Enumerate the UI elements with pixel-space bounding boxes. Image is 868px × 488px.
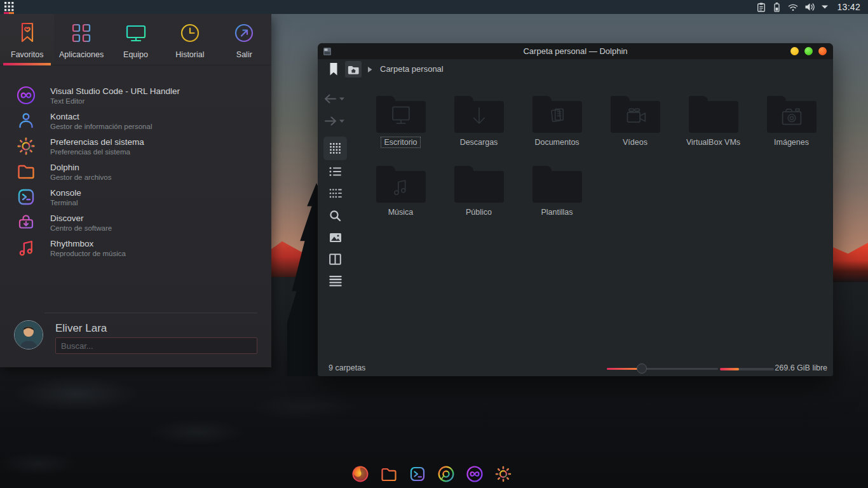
folder-icon	[532, 101, 582, 133]
photo-camera-glyph-icon	[778, 105, 806, 128]
folder-escritorio[interactable]: Escritorio	[362, 96, 440, 166]
folder-virtualbox-vms[interactable]: VirtualBox VMs	[674, 96, 752, 166]
close-button[interactable]	[818, 47, 827, 55]
app-item-dolphin[interactable]: Dolphin Gestor de archivos	[0, 159, 271, 184]
tab-label: Salir	[236, 50, 252, 59]
volume-icon[interactable]	[804, 2, 815, 12]
tab-label: Favoritos	[11, 50, 43, 59]
app-title: Kontact	[50, 112, 152, 121]
firefox-icon	[351, 464, 370, 484]
disk-usage-fill	[720, 368, 739, 370]
tab-aplicaciones[interactable]: Aplicaciones	[54, 14, 108, 65]
back-button[interactable]	[324, 94, 344, 104]
folder-icon	[454, 171, 504, 203]
clipboard-icon[interactable]	[756, 2, 766, 13]
maximize-button[interactable]	[804, 47, 813, 55]
folder-icon	[379, 464, 398, 484]
minimize-button[interactable]	[790, 47, 799, 55]
dolphin-window: Carpeta personal — Dolphin Carpeta perso…	[318, 43, 833, 376]
app-item-discover[interactable]: Discover Centro de software	[0, 210, 271, 235]
bookmark-icon[interactable]	[329, 62, 338, 76]
gear-icon	[15, 135, 37, 157]
window-app-icon	[323, 47, 332, 56]
folder-label: Música	[386, 207, 416, 217]
clock[interactable]: 13:42	[837, 2, 860, 12]
folder-label: Escritorio	[381, 137, 419, 147]
home-folder-icon	[347, 64, 360, 75]
app-title: Visual Studio Code - URL Handler	[50, 86, 180, 96]
avatar[interactable]	[14, 320, 43, 349]
compact-view-icon[interactable]	[329, 188, 342, 199]
list-view-icon[interactable]	[329, 166, 342, 177]
folder-grid: Escritorio Descargas	[362, 96, 831, 236]
app-subtitle: Reproductor de música	[50, 250, 126, 257]
folder-plantillas[interactable]: Plantillas	[518, 166, 596, 236]
user-name: Eliver Lara	[55, 322, 107, 335]
folder-imagenes[interactable]: Imágenes	[752, 96, 831, 166]
tab-historial[interactable]: Historial	[163, 14, 217, 65]
search-input[interactable]	[55, 337, 257, 354]
app-item-system-settings[interactable]: Preferencias del sistema Preferencias de…	[0, 133, 271, 159]
folder-icon	[767, 101, 817, 133]
chevron-down-icon	[339, 119, 344, 123]
launcher-tabs: Favoritos Aplicaciones Equipo	[0, 14, 271, 65]
zoom-slider[interactable]	[607, 368, 718, 370]
titlebar[interactable]: Carpeta personal — Dolphin	[318, 43, 833, 59]
folder-publico[interactable]: Público	[440, 166, 518, 236]
dock-item-konsole[interactable]	[408, 464, 427, 484]
vscode-icon	[465, 464, 484, 484]
menu-icon[interactable]	[329, 276, 342, 287]
tab-label: Aplicaciones	[59, 50, 104, 59]
tab-equipo[interactable]: Equipo	[109, 14, 163, 65]
computer-monitor-icon	[123, 20, 149, 46]
document-glyph-icon	[545, 105, 570, 129]
folder-view: Escritorio Descargas	[353, 79, 833, 361]
app-item-rhythmbox[interactable]: Rhythmbox Reproductor de música	[0, 235, 271, 261]
dock-item-settings[interactable]	[494, 464, 513, 484]
battery-icon[interactable]	[772, 2, 782, 13]
home-button[interactable]	[345, 61, 362, 78]
toolbar: Carpeta personal	[318, 59, 833, 79]
app-item-vscode[interactable]: Visual Studio Code - URL Handler Text Ed…	[0, 83, 271, 108]
search-icon[interactable]	[329, 210, 341, 222]
app-item-kontact[interactable]: Kontact Gestor de información personal	[0, 108, 271, 133]
arrow-down-glyph-icon	[466, 105, 492, 129]
app-launcher-button[interactable]	[2, 0, 18, 14]
tab-label: Historial	[175, 50, 204, 59]
icons-view-button[interactable]	[323, 137, 347, 160]
person-icon	[15, 110, 37, 132]
preview-icon[interactable]	[329, 233, 342, 243]
dock-item-chrome[interactable]	[437, 464, 456, 484]
app-title: Rhythmbox	[50, 239, 126, 248]
folder-documentos[interactable]: Documentos	[518, 96, 596, 166]
folder-descargas[interactable]: Descargas	[440, 96, 518, 166]
dock-item-firefox[interactable]	[351, 464, 370, 484]
applications-grid-icon	[69, 20, 94, 46]
video-camera-glyph-icon	[621, 105, 649, 128]
app-subtitle: Text Editor	[50, 97, 180, 105]
dock-item-files[interactable]	[379, 464, 398, 484]
app-item-konsole[interactable]: Konsole Terminal	[0, 184, 271, 210]
split-view-icon[interactable]	[329, 254, 341, 265]
gear-icon	[494, 464, 513, 484]
icons-view-icon	[329, 142, 341, 154]
wifi-icon[interactable]	[787, 2, 799, 12]
dock-item-vscode[interactable]	[465, 464, 484, 484]
app-title: Dolphin	[50, 163, 112, 172]
window-body: Escritorio Descargas	[318, 79, 833, 361]
folder-musica[interactable]: Música	[362, 166, 440, 236]
folder-videos[interactable]: Vídeos	[596, 96, 674, 166]
folder-label: Imágenes	[771, 137, 811, 147]
zoom-slider-handle[interactable]	[637, 363, 647, 374]
app-subtitle: Gestor de archivos	[50, 173, 112, 181]
tab-favoritos[interactable]: Favoritos	[0, 14, 54, 65]
back-icon	[324, 94, 337, 104]
app-title: Konsole	[50, 188, 81, 198]
software-bag-icon	[15, 212, 37, 233]
breadcrumb[interactable]: Carpeta personal	[380, 64, 444, 74]
tab-salir[interactable]: Salir	[217, 14, 271, 65]
folder-label: Público	[463, 207, 494, 217]
folder-label: VirtualBox VMs	[684, 137, 743, 147]
chevron-down-icon[interactable]	[821, 4, 829, 10]
forward-button[interactable]	[324, 116, 344, 126]
